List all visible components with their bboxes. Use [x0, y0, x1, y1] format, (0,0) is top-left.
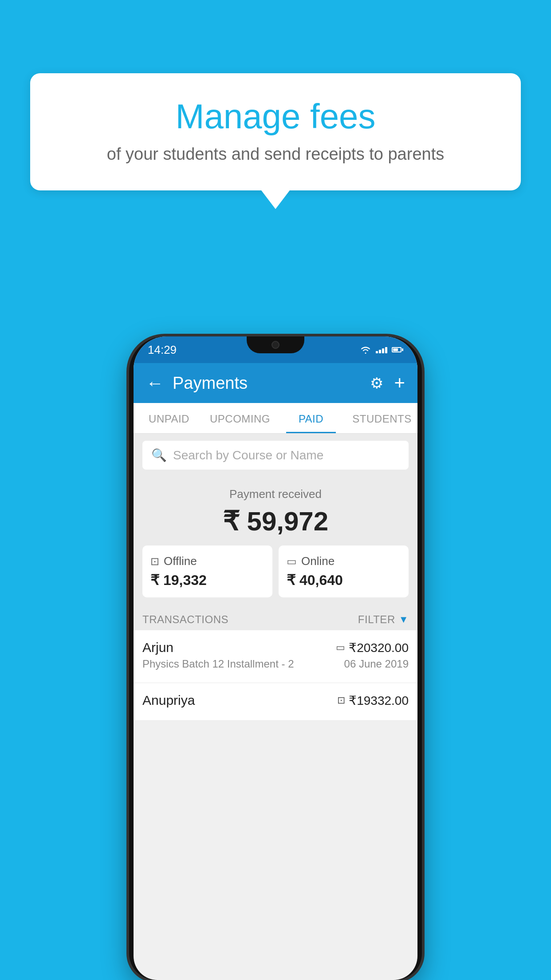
- page-title: Payments: [173, 374, 361, 393]
- transaction-row-top-2: Anupriya ⊡ ₹19332.00: [142, 693, 409, 708]
- online-amount: ₹ 40,640: [287, 572, 401, 589]
- tooltip-title: Manage fees: [57, 98, 494, 136]
- status-icons: [360, 345, 403, 354]
- battery-icon: [392, 347, 403, 352]
- transaction-row-bottom: Physics Batch 12 Installment - 2 06 June…: [142, 658, 409, 670]
- transactions-header: TRANSACTIONS FILTER ▼: [134, 606, 417, 630]
- wifi-icon: [360, 345, 371, 354]
- payment-cards: ⊡ Offline ₹ 19,332 ▭ Online ₹ 40,640: [134, 545, 417, 606]
- camera: [272, 341, 279, 349]
- settings-icon[interactable]: ⚙: [370, 374, 383, 392]
- transaction-row-top: Arjun ▭ ₹20320.00: [142, 640, 409, 655]
- phone-screen: 14:29: [134, 336, 417, 980]
- payment-received-label: Payment received: [142, 487, 409, 501]
- phone-notch: [247, 336, 304, 353]
- transactions-label: TRANSACTIONS: [142, 613, 228, 626]
- offline-label: Offline: [164, 554, 197, 568]
- status-time: 14:29: [148, 343, 177, 357]
- tab-upcoming[interactable]: UPCOMING: [205, 403, 276, 433]
- transaction-name-2: Anupriya: [142, 693, 195, 708]
- transaction-date: 06 June 2019: [344, 658, 409, 670]
- tooltip-card: Manage fees of your students and send re…: [30, 73, 521, 190]
- online-icon: ▭: [287, 555, 297, 568]
- filter-label: FILTER: [358, 613, 395, 626]
- online-card: ▭ Online ₹ 40,640: [279, 545, 409, 597]
- background: Manage fees of your students and send re…: [0, 0, 551, 980]
- online-card-header: ▭ Online: [287, 554, 401, 568]
- payment-summary: Payment received ₹ 59,972: [134, 477, 417, 545]
- tab-unpaid[interactable]: UNPAID: [134, 403, 205, 433]
- offline-amount: ₹ 19,332: [150, 572, 264, 589]
- tooltip-subtitle: of your students and send receipts to pa…: [57, 145, 494, 164]
- online-payment-icon: ▭: [336, 642, 345, 653]
- offline-card: ⊡ Offline ₹ 19,332: [142, 545, 272, 597]
- filter-button[interactable]: FILTER ▼: [358, 613, 409, 626]
- search-box[interactable]: 🔍 Search by Course or Name: [142, 441, 409, 470]
- offline-icon: ⊡: [150, 555, 159, 568]
- transaction-amount-2: ₹19332.00: [349, 693, 409, 708]
- offline-card-header: ⊡ Offline: [150, 554, 264, 568]
- tabs-bar: UNPAID UPCOMING PAID STUDENTS: [134, 403, 417, 434]
- tab-students[interactable]: STUDENTS: [346, 403, 417, 433]
- transaction-amount-wrap-2: ⊡ ₹19332.00: [337, 693, 409, 708]
- search-placeholder: Search by Course or Name: [173, 448, 323, 462]
- transaction-item-anupriya[interactable]: Anupriya ⊡ ₹19332.00: [134, 683, 417, 721]
- back-button[interactable]: ←: [146, 373, 164, 393]
- offline-payment-icon: ⊡: [337, 695, 345, 706]
- phone-frame: 14:29: [129, 336, 422, 980]
- header-icons: ⚙ +: [370, 372, 405, 394]
- transaction-course: Physics Batch 12 Installment - 2: [142, 658, 294, 670]
- online-label: Online: [301, 554, 335, 568]
- app-header: ← Payments ⚙ +: [134, 363, 417, 403]
- tab-paid[interactable]: PAID: [276, 403, 346, 433]
- signal-icon: [376, 346, 387, 353]
- search-icon: 🔍: [151, 448, 167, 462]
- filter-icon: ▼: [399, 614, 409, 625]
- transaction-name: Arjun: [142, 640, 173, 655]
- search-container: 🔍 Search by Course or Name: [134, 434, 417, 477]
- transaction-item-arjun[interactable]: Arjun ▭ ₹20320.00 Physics Batch 12 Insta…: [134, 630, 417, 683]
- add-icon[interactable]: +: [394, 372, 405, 394]
- transaction-amount-wrap: ▭ ₹20320.00: [336, 640, 409, 655]
- transaction-amount: ₹20320.00: [349, 640, 409, 655]
- payment-total-amount: ₹ 59,972: [142, 506, 409, 537]
